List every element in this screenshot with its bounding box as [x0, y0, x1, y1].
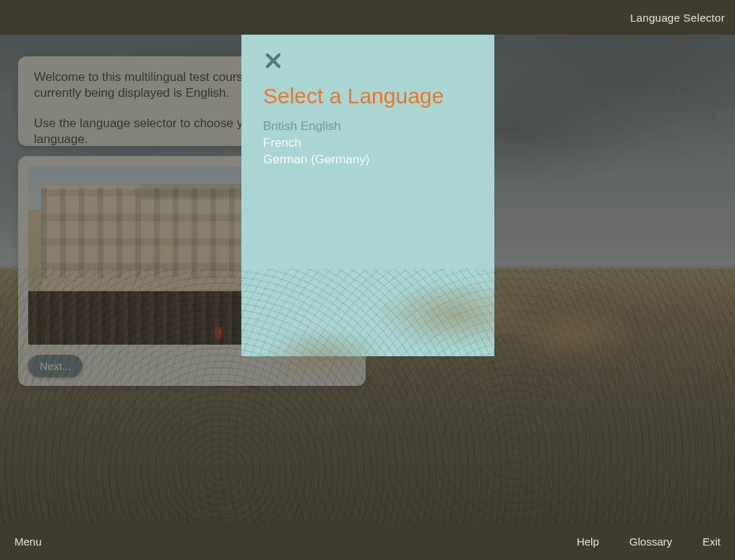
modal-title: Select a Language [263, 84, 473, 108]
language-option-french[interactable]: French [263, 135, 473, 152]
bottom-bar-right: Help Glossary Exit [577, 535, 721, 548]
close-button[interactable] [263, 52, 283, 72]
close-icon [265, 52, 282, 72]
course-stage: Welcome to this multilingual test course… [0, 35, 735, 523]
language-option-british-english[interactable]: British English [263, 119, 473, 135]
language-selector-modal: Select a Language British English French… [241, 35, 494, 356]
help-link[interactable]: Help [577, 535, 599, 548]
exit-link[interactable]: Exit [702, 535, 721, 548]
menu-link[interactable]: Menu [14, 535, 42, 548]
page-title: Language Selector [630, 12, 725, 24]
next-button[interactable]: Next... [28, 355, 82, 377]
bottom-bar: Menu Help Glossary Exit [0, 523, 735, 560]
language-list: British English French German (Germany) [263, 119, 473, 168]
glossary-link[interactable]: Glossary [629, 535, 672, 548]
top-bar: Language Selector [0, 0, 735, 35]
language-option-german[interactable]: German (Germany) [263, 152, 473, 168]
